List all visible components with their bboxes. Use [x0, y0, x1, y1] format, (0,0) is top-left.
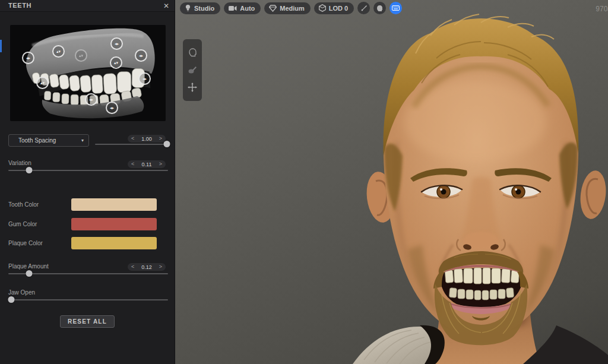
teeth-panel: TEETH ✕ [0, 0, 175, 364]
head-select-tool-button[interactable] [186, 47, 198, 59]
viewport-toolbar: Studio Auto Medium LOD 0 [180, 2, 402, 14]
lod-cube-icon [319, 4, 326, 12]
chevron-down-icon: ▾ [81, 138, 84, 143]
panel-header: TEETH ✕ [0, 0, 175, 12]
tooth-color-label: Tooth Color [8, 201, 39, 208]
reset-all-button[interactable]: RESET ALL [60, 315, 115, 328]
gizmo-handle-vertical[interactable]: ▴▾ [75, 49, 87, 62]
tooth-color-swatch[interactable] [71, 198, 157, 211]
sculpt-head-icon [376, 5, 384, 12]
slider-knob[interactable] [26, 270, 32, 277]
close-icon[interactable]: ✕ [163, 1, 169, 11]
keyboard-shortcuts-button[interactable] [390, 2, 402, 14]
viewport-tool-rail [183, 39, 202, 101]
sculpt-tool-button[interactable] [373, 2, 386, 14]
lod-label: LOD 0 [329, 5, 348, 12]
slider-knob[interactable] [8, 296, 15, 303]
plaque-amount-value: 0.12 [134, 264, 159, 270]
gizmo-handle-horizontal[interactable]: ◂▸ [110, 37, 123, 50]
head-icon [188, 48, 197, 58]
session-code: 970a [596, 5, 608, 13]
slider-knob[interactable] [163, 141, 170, 147]
character-face-render [175, 0, 608, 364]
camera-mode-button[interactable]: Auto [224, 2, 261, 14]
teeth-property-dropdown[interactable]: Tooth Spacing ▾ [8, 134, 89, 147]
jaw-open-label: Jaw Open [8, 289, 35, 296]
sculpt-hand-tool-button[interactable] [186, 64, 198, 76]
variation-value: 0.11 [134, 162, 159, 167]
quality-button[interactable]: Medium [264, 2, 311, 14]
dropdown-value: Tooth Spacing [18, 137, 56, 144]
gizmo-handle-vertical[interactable]: ▴▾ [110, 56, 122, 69]
plaque-color-label: Plaque Color [8, 240, 43, 246]
keyboard-icon [392, 5, 400, 11]
environment-label: Studio [194, 5, 214, 12]
gizmo-handle-horizontal[interactable]: ◂▸ [138, 72, 151, 85]
camera-icon [229, 5, 237, 11]
gizmo-handle-horizontal[interactable]: ◂▸ [22, 52, 34, 64]
variation-label: Variation [8, 160, 31, 166]
lightbulb-icon [185, 4, 191, 12]
viewport[interactable]: Studio Auto Medium LOD 0 [175, 0, 608, 364]
move-tool-button[interactable] [186, 81, 198, 93]
gizmo-handle-horizontal[interactable]: ◂▸ [135, 49, 147, 62]
slider-track [95, 144, 168, 145]
paint-tool-button[interactable] [357, 2, 370, 14]
gizmo-handle-vertical[interactable]: ▴▾ [52, 45, 65, 58]
quality-gem-icon [269, 5, 277, 12]
jaw-open-slider[interactable] [8, 296, 168, 303]
variation-slider[interactable] [8, 167, 168, 173]
gizmo-handle-horizontal[interactable]: ◂▸ [85, 93, 97, 106]
paint-brush-icon [360, 5, 368, 12]
environment-button[interactable]: Studio [180, 2, 220, 14]
metahuman-creator-window: TEETH ✕ [0, 0, 608, 364]
active-section-indicator [0, 40, 2, 52]
quality-label: Medium [280, 5, 305, 12]
gum-color-label: Gum Color [8, 221, 37, 227]
gum-color-swatch[interactable] [71, 218, 157, 230]
teeth-preview[interactable]: ◂▸▴▾▴▾◂▸◂▸▴▾◂▸▴▾◂▸◂▸ [10, 25, 166, 121]
plaque-amount-slider[interactable] [8, 270, 168, 277]
slider-track [8, 299, 168, 300]
slider-knob[interactable] [26, 167, 32, 173]
sculpt-hand-icon [188, 65, 197, 74]
gizmo-handle-vertical[interactable]: ▴▾ [36, 77, 49, 89]
gizmo-handle-horizontal[interactable]: ◂▸ [106, 102, 118, 114]
plaque-amount-label: Plaque Amount [8, 263, 49, 270]
lod-button[interactable]: LOD 0 [314, 2, 354, 14]
move-icon [188, 83, 197, 92]
plaque-color-swatch[interactable] [71, 237, 157, 249]
camera-mode-label: Auto [240, 5, 255, 12]
panel-title: TEETH [8, 2, 31, 9]
tooth-spacing-slider[interactable] [95, 141, 168, 147]
